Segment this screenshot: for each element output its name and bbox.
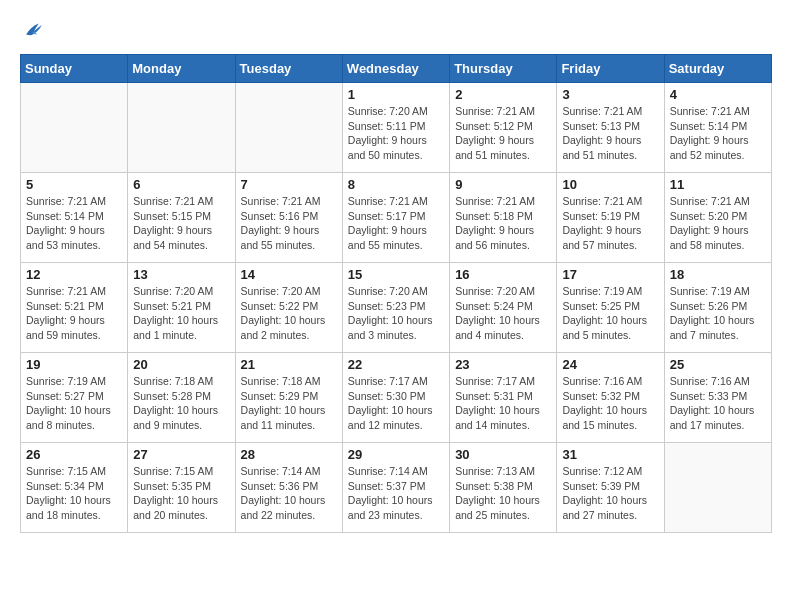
day-info: Sunrise: 7:14 AM Sunset: 5:37 PM Dayligh… — [348, 464, 444, 523]
day-number: 1 — [348, 87, 444, 102]
day-number: 13 — [133, 267, 229, 282]
calendar-day-header: Sunday — [21, 55, 128, 83]
day-number: 28 — [241, 447, 337, 462]
calendar-day-header: Monday — [128, 55, 235, 83]
day-number: 15 — [348, 267, 444, 282]
day-number: 26 — [26, 447, 122, 462]
calendar-week-row: 12Sunrise: 7:21 AM Sunset: 5:21 PM Dayli… — [21, 263, 772, 353]
day-info: Sunrise: 7:15 AM Sunset: 5:34 PM Dayligh… — [26, 464, 122, 523]
calendar-day-cell: 15Sunrise: 7:20 AM Sunset: 5:23 PM Dayli… — [342, 263, 449, 353]
day-info: Sunrise: 7:16 AM Sunset: 5:32 PM Dayligh… — [562, 374, 658, 433]
day-number: 5 — [26, 177, 122, 192]
calendar-day-cell: 8Sunrise: 7:21 AM Sunset: 5:17 PM Daylig… — [342, 173, 449, 263]
day-info: Sunrise: 7:19 AM Sunset: 5:27 PM Dayligh… — [26, 374, 122, 433]
calendar-table: SundayMondayTuesdayWednesdayThursdayFrid… — [20, 54, 772, 533]
day-info: Sunrise: 7:19 AM Sunset: 5:25 PM Dayligh… — [562, 284, 658, 343]
logo-bird-icon — [23, 20, 45, 38]
calendar-day-cell: 16Sunrise: 7:20 AM Sunset: 5:24 PM Dayli… — [450, 263, 557, 353]
day-info: Sunrise: 7:15 AM Sunset: 5:35 PM Dayligh… — [133, 464, 229, 523]
calendar-week-row: 26Sunrise: 7:15 AM Sunset: 5:34 PM Dayli… — [21, 443, 772, 533]
calendar-week-row: 19Sunrise: 7:19 AM Sunset: 5:27 PM Dayli… — [21, 353, 772, 443]
calendar-day-cell: 21Sunrise: 7:18 AM Sunset: 5:29 PM Dayli… — [235, 353, 342, 443]
day-info: Sunrise: 7:20 AM Sunset: 5:24 PM Dayligh… — [455, 284, 551, 343]
calendar-day-cell: 11Sunrise: 7:21 AM Sunset: 5:20 PM Dayli… — [664, 173, 771, 263]
calendar-day-header: Saturday — [664, 55, 771, 83]
day-number: 10 — [562, 177, 658, 192]
day-number: 23 — [455, 357, 551, 372]
calendar-day-cell: 7Sunrise: 7:21 AM Sunset: 5:16 PM Daylig… — [235, 173, 342, 263]
calendar-day-cell: 4Sunrise: 7:21 AM Sunset: 5:14 PM Daylig… — [664, 83, 771, 173]
calendar-day-cell: 24Sunrise: 7:16 AM Sunset: 5:32 PM Dayli… — [557, 353, 664, 443]
calendar-day-cell: 18Sunrise: 7:19 AM Sunset: 5:26 PM Dayli… — [664, 263, 771, 353]
calendar-day-cell: 25Sunrise: 7:16 AM Sunset: 5:33 PM Dayli… — [664, 353, 771, 443]
day-number: 18 — [670, 267, 766, 282]
calendar-day-cell: 31Sunrise: 7:12 AM Sunset: 5:39 PM Dayli… — [557, 443, 664, 533]
calendar-week-row: 1Sunrise: 7:20 AM Sunset: 5:11 PM Daylig… — [21, 83, 772, 173]
calendar-week-row: 5Sunrise: 7:21 AM Sunset: 5:14 PM Daylig… — [21, 173, 772, 263]
day-number: 21 — [241, 357, 337, 372]
calendar-day-cell: 28Sunrise: 7:14 AM Sunset: 5:36 PM Dayli… — [235, 443, 342, 533]
day-info: Sunrise: 7:20 AM Sunset: 5:11 PM Dayligh… — [348, 104, 444, 163]
calendar-day-cell: 22Sunrise: 7:17 AM Sunset: 5:30 PM Dayli… — [342, 353, 449, 443]
day-number: 12 — [26, 267, 122, 282]
calendar-day-cell: 9Sunrise: 7:21 AM Sunset: 5:18 PM Daylig… — [450, 173, 557, 263]
day-number: 11 — [670, 177, 766, 192]
calendar-day-cell — [21, 83, 128, 173]
day-info: Sunrise: 7:21 AM Sunset: 5:14 PM Dayligh… — [26, 194, 122, 253]
calendar-day-cell: 17Sunrise: 7:19 AM Sunset: 5:25 PM Dayli… — [557, 263, 664, 353]
calendar-day-cell — [664, 443, 771, 533]
calendar-day-cell: 14Sunrise: 7:20 AM Sunset: 5:22 PM Dayli… — [235, 263, 342, 353]
calendar-day-cell: 13Sunrise: 7:20 AM Sunset: 5:21 PM Dayli… — [128, 263, 235, 353]
day-info: Sunrise: 7:21 AM Sunset: 5:12 PM Dayligh… — [455, 104, 551, 163]
calendar-day-cell: 10Sunrise: 7:21 AM Sunset: 5:19 PM Dayli… — [557, 173, 664, 263]
day-info: Sunrise: 7:20 AM Sunset: 5:21 PM Dayligh… — [133, 284, 229, 343]
day-info: Sunrise: 7:12 AM Sunset: 5:39 PM Dayligh… — [562, 464, 658, 523]
day-info: Sunrise: 7:21 AM Sunset: 5:16 PM Dayligh… — [241, 194, 337, 253]
day-info: Sunrise: 7:20 AM Sunset: 5:23 PM Dayligh… — [348, 284, 444, 343]
day-number: 14 — [241, 267, 337, 282]
calendar-day-cell: 12Sunrise: 7:21 AM Sunset: 5:21 PM Dayli… — [21, 263, 128, 353]
calendar-day-cell: 23Sunrise: 7:17 AM Sunset: 5:31 PM Dayli… — [450, 353, 557, 443]
day-info: Sunrise: 7:20 AM Sunset: 5:22 PM Dayligh… — [241, 284, 337, 343]
day-number: 31 — [562, 447, 658, 462]
calendar-day-header: Wednesday — [342, 55, 449, 83]
day-number: 20 — [133, 357, 229, 372]
day-number: 19 — [26, 357, 122, 372]
calendar-day-cell: 3Sunrise: 7:21 AM Sunset: 5:13 PM Daylig… — [557, 83, 664, 173]
calendar-day-cell: 27Sunrise: 7:15 AM Sunset: 5:35 PM Dayli… — [128, 443, 235, 533]
day-number: 2 — [455, 87, 551, 102]
day-info: Sunrise: 7:14 AM Sunset: 5:36 PM Dayligh… — [241, 464, 337, 523]
day-info: Sunrise: 7:21 AM Sunset: 5:19 PM Dayligh… — [562, 194, 658, 253]
calendar-day-cell: 19Sunrise: 7:19 AM Sunset: 5:27 PM Dayli… — [21, 353, 128, 443]
day-info: Sunrise: 7:18 AM Sunset: 5:28 PM Dayligh… — [133, 374, 229, 433]
day-number: 3 — [562, 87, 658, 102]
calendar-header-row: SundayMondayTuesdayWednesdayThursdayFrid… — [21, 55, 772, 83]
day-number: 4 — [670, 87, 766, 102]
calendar-day-cell: 20Sunrise: 7:18 AM Sunset: 5:28 PM Dayli… — [128, 353, 235, 443]
day-number: 30 — [455, 447, 551, 462]
day-info: Sunrise: 7:21 AM Sunset: 5:21 PM Dayligh… — [26, 284, 122, 343]
day-number: 6 — [133, 177, 229, 192]
day-info: Sunrise: 7:16 AM Sunset: 5:33 PM Dayligh… — [670, 374, 766, 433]
day-number: 29 — [348, 447, 444, 462]
page-header — [20, 20, 772, 38]
calendar-day-header: Thursday — [450, 55, 557, 83]
day-info: Sunrise: 7:21 AM Sunset: 5:20 PM Dayligh… — [670, 194, 766, 253]
calendar-day-cell — [235, 83, 342, 173]
day-number: 24 — [562, 357, 658, 372]
day-number: 22 — [348, 357, 444, 372]
day-info: Sunrise: 7:19 AM Sunset: 5:26 PM Dayligh… — [670, 284, 766, 343]
day-number: 27 — [133, 447, 229, 462]
day-info: Sunrise: 7:21 AM Sunset: 5:13 PM Dayligh… — [562, 104, 658, 163]
logo — [20, 20, 47, 38]
calendar-day-header: Friday — [557, 55, 664, 83]
day-info: Sunrise: 7:21 AM Sunset: 5:15 PM Dayligh… — [133, 194, 229, 253]
day-info: Sunrise: 7:21 AM Sunset: 5:18 PM Dayligh… — [455, 194, 551, 253]
day-number: 9 — [455, 177, 551, 192]
day-info: Sunrise: 7:17 AM Sunset: 5:30 PM Dayligh… — [348, 374, 444, 433]
day-info: Sunrise: 7:17 AM Sunset: 5:31 PM Dayligh… — [455, 374, 551, 433]
calendar-day-cell — [128, 83, 235, 173]
day-number: 16 — [455, 267, 551, 282]
calendar-day-cell: 5Sunrise: 7:21 AM Sunset: 5:14 PM Daylig… — [21, 173, 128, 263]
calendar-day-cell: 29Sunrise: 7:14 AM Sunset: 5:37 PM Dayli… — [342, 443, 449, 533]
